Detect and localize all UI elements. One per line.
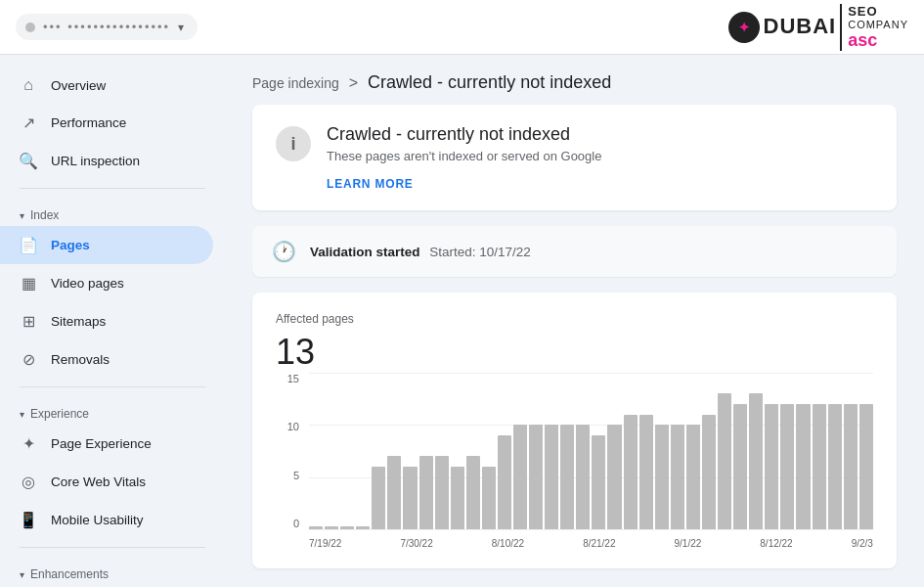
video-pages-icon: ▦ xyxy=(20,274,37,293)
chart-bar xyxy=(545,425,558,529)
validation-text: Validation started Started: 10/17/22 xyxy=(310,245,531,259)
trending-icon: ↗ xyxy=(20,113,37,132)
x-label-6: 8/12/22 xyxy=(760,538,792,549)
chart-bar xyxy=(844,404,858,529)
chart-bar xyxy=(796,404,810,529)
validation-date: Started: 10/17/22 xyxy=(429,245,531,259)
x-label-4: 8/21/22 xyxy=(583,538,615,549)
chart-bar xyxy=(372,467,385,529)
y-label-15: 15 xyxy=(276,373,299,384)
sidebar-label-core-web-vitals: Core Web Vitals xyxy=(51,474,146,489)
chart-x-labels: 7/19/22 7/30/22 8/10/22 8/21/22 9/1/22 8… xyxy=(309,538,873,549)
chart-bar xyxy=(340,526,354,529)
sidebar-item-performance[interactable]: ↗ Performance xyxy=(0,104,213,142)
validation-label: Validation started xyxy=(310,245,420,259)
chart-bar xyxy=(325,526,338,529)
logo-area: ✦ DUBAI SEO COMPANY asc xyxy=(728,4,908,51)
chart-bar xyxy=(356,526,370,529)
chart-bar xyxy=(859,404,873,529)
caret-experience-icon: ▾ xyxy=(20,409,24,420)
property-dot xyxy=(25,23,35,32)
chart-bar xyxy=(513,425,527,529)
sidebar-section-enhancements: ▾ Enhancements xyxy=(0,556,225,585)
breadcrumb-parent[interactable]: Page indexing xyxy=(252,75,339,91)
sidebar-section-experience: ▾ Experience xyxy=(0,395,225,425)
chart-bar xyxy=(419,456,433,529)
sidebar-label-url-inspection: URL inspection xyxy=(51,154,140,168)
sidebar-section-index-label: Index xyxy=(30,208,59,222)
chart-bar xyxy=(686,425,700,529)
caret-enhancements-icon: ▾ xyxy=(20,569,24,580)
home-icon: ⌂ xyxy=(20,76,37,94)
y-label-0: 0 xyxy=(276,518,299,529)
sidebar-section-experience-label: Experience xyxy=(30,407,89,421)
chart-bar xyxy=(749,393,763,529)
logo-brand: DUBAI xyxy=(764,15,837,38)
sidebar-item-pages[interactable]: 📄 Pages xyxy=(0,226,213,264)
affected-pages-count: 13 xyxy=(276,332,873,373)
grid-line-0 xyxy=(309,529,873,530)
property-url: ••• •••••••••••••••• xyxy=(43,20,170,34)
sidebar-label-performance: Performance xyxy=(51,115,126,130)
chart-bar xyxy=(482,467,496,529)
sidebar-item-sitemaps[interactable]: ⊞ Sitemaps xyxy=(0,302,213,340)
chart-bar xyxy=(671,425,684,529)
sidebar-label-page-experience: Page Experience xyxy=(51,436,152,451)
sidebar-item-url-inspection[interactable]: 🔍 URL inspection xyxy=(0,142,213,180)
sidebar-item-page-experience[interactable]: ✦ Page Experience xyxy=(0,425,213,463)
chart-bar xyxy=(813,404,826,529)
logo-asc-text: asc xyxy=(848,30,908,51)
sidebar-label-sitemaps: Sitemaps xyxy=(51,314,106,329)
chart-bar xyxy=(387,456,401,529)
chart-bar xyxy=(498,435,511,529)
page-experience-icon: ✦ xyxy=(20,434,37,453)
chart-bar xyxy=(560,425,574,529)
x-label-3: 8/10/22 xyxy=(492,538,524,549)
logo-right: SEO COMPANY asc xyxy=(840,4,908,51)
sidebar-label-removals: Removals xyxy=(51,352,110,367)
sidebar-label-pages: Pages xyxy=(51,238,90,252)
info-card-header: i Crawled - currently not indexed These … xyxy=(276,124,873,163)
logo-dubai-text: DUBAI xyxy=(764,15,837,38)
chart-bar xyxy=(451,467,464,529)
removals-icon: ⊘ xyxy=(20,350,37,369)
main-content: Page indexing > Crawled - currently not … xyxy=(225,55,924,587)
logo-icon: ✦ xyxy=(728,12,760,43)
info-icon: i xyxy=(276,126,311,161)
search-icon: 🔍 xyxy=(20,152,37,170)
mobile-usability-icon: 📱 xyxy=(20,511,37,529)
clock-icon: 🕐 xyxy=(272,240,296,263)
chart-bar xyxy=(592,435,605,529)
chart-bar xyxy=(639,415,653,529)
sidebar-item-removals[interactable]: ⊘ Removals xyxy=(0,340,213,379)
sidebar: ⌂ Overview ↗ Performance 🔍 URL inspectio… xyxy=(0,55,225,587)
sidebar-item-mobile-usability[interactable]: 📱 Mobile Usability xyxy=(0,501,213,539)
chart-bar xyxy=(718,393,731,529)
sidebar-item-overview[interactable]: ⌂ Overview xyxy=(0,67,213,104)
top-bar: ••• •••••••••••••••• ▾ ✦ DUBAI SEO COMPA… xyxy=(0,0,924,55)
learn-more-button[interactable]: LEARN MORE xyxy=(327,177,873,191)
logo-company-text: COMPANY xyxy=(848,19,908,30)
core-web-vitals-icon: ◎ xyxy=(20,473,37,491)
x-label-2: 7/30/22 xyxy=(400,538,432,549)
sitemaps-icon: ⊞ xyxy=(20,312,37,331)
sidebar-item-core-web-vitals[interactable]: ◎ Core Web Vitals xyxy=(0,463,213,501)
chart-bar xyxy=(435,456,449,529)
chart-bar xyxy=(309,526,323,529)
y-label-10: 10 xyxy=(276,421,299,432)
chart-bar xyxy=(765,404,778,529)
chart-bar xyxy=(624,415,638,529)
chart-bar xyxy=(607,425,621,529)
chevron-down-icon: ▾ xyxy=(178,21,184,34)
affected-pages-label: Affected pages xyxy=(276,312,873,326)
pages-icon: 📄 xyxy=(20,236,37,254)
chart-bar xyxy=(466,456,480,529)
chart-bar xyxy=(403,467,417,529)
logo-seo-text: SEO xyxy=(848,4,908,19)
sidebar-label-video-pages: Video pages xyxy=(51,276,124,291)
x-label-5: 9/1/22 xyxy=(675,538,702,549)
sidebar-item-video-pages[interactable]: ▦ Video pages xyxy=(0,264,213,302)
property-selector[interactable]: ••• •••••••••••••••• ▾ xyxy=(16,14,198,40)
sidebar-label-mobile-usability: Mobile Usability xyxy=(51,513,144,527)
breadcrumb-separator: > xyxy=(349,74,358,92)
